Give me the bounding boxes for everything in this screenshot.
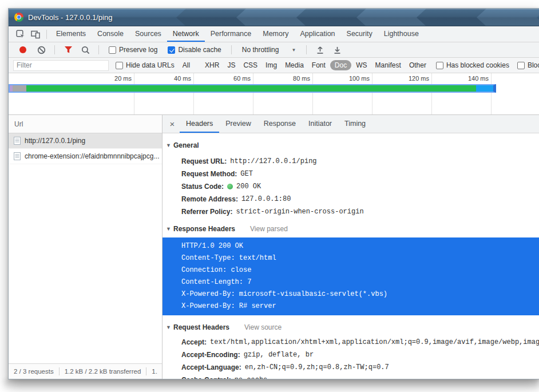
request-row-extension[interactable]: chrome-extension://efaidnbmnnnibpcajpcg.… [9, 149, 162, 164]
filter-type-css[interactable]: CSS [240, 60, 261, 70]
filter-type-js[interactable]: JS [224, 60, 239, 70]
disable-cache-checkbox[interactable]: Disable cache [168, 46, 221, 54]
throttling-value: No throttling [242, 46, 279, 54]
overview-download-segment [476, 85, 493, 92]
kv-value: text/html,application/xhtml+xml,applicat… [210, 338, 539, 346]
general-section-header[interactable]: ▼ General [163, 139, 539, 152]
inspect-element-button[interactable] [13, 27, 28, 41]
tab-security[interactable]: Security [341, 26, 378, 42]
filter-type-xhr[interactable]: XHR [201, 60, 223, 70]
response-headers-title: Response Headers [173, 225, 235, 233]
kv-key: Request Method: [181, 170, 237, 178]
view-parsed-link[interactable]: View parsed [250, 225, 288, 233]
filter-type-img[interactable]: Img [262, 60, 280, 70]
tab-headers[interactable]: Headers [180, 115, 219, 133]
kv-remote-address: Remote Address: 127.0.0.1:80 [163, 193, 539, 205]
toggle-device-toolbar-button[interactable] [28, 27, 43, 41]
request-url: chrome-extension://efaidnbmnnnibpcajpcg.… [25, 152, 159, 160]
window-drop-shadow [5, 379, 539, 390]
hide-data-urls-checkbox[interactable]: Hide data URLs [116, 61, 175, 69]
kv-value: GET [240, 170, 253, 178]
export-har-button[interactable] [330, 43, 344, 57]
timeline-gridline [134, 73, 134, 114]
disclosure-triangle-icon: ▼ [166, 142, 173, 148]
document-icon [14, 152, 21, 160]
timeline-gridline [312, 73, 313, 114]
kv-key: Status Code: [181, 183, 224, 191]
blocked-requests-checkbox[interactable]: Blocked Requests [517, 61, 539, 69]
throttling-select[interactable]: No throttling ▼ [242, 46, 296, 54]
timeline-gridline [491, 73, 492, 114]
has-blocked-cookies-checkbox[interactable]: Has blocked cookies [436, 61, 509, 69]
response-headers-section-header[interactable]: ▼ Response Headers View parsed [163, 223, 539, 235]
toolbar-divider [54, 45, 55, 54]
tab-timing[interactable]: Timing [338, 115, 372, 133]
raw-header-line: HTTP/1.0 200 OK [163, 240, 539, 252]
overview-stalled-segment [13, 85, 26, 92]
timeline-gridline [372, 73, 372, 114]
toolbar-divider [98, 45, 99, 54]
kv-key: Cache-Control: [181, 376, 231, 379]
overview-waiting-segment [26, 85, 476, 92]
request-details-panel: × Headers Preview Response Initiator Tim… [163, 115, 539, 379]
search-button[interactable] [78, 43, 93, 57]
tab-application[interactable]: Application [294, 26, 340, 42]
clear-network-log-button[interactable] [34, 43, 49, 57]
raw-header-line: X-Powered-By: microsoft-visualbasic-serv… [163, 288, 539, 300]
raw-response-headers-selected[interactable]: HTTP/1.0 200 OK Content-Type: text/html … [163, 237, 539, 315]
kv-value: 127.0.0.1:80 [241, 195, 291, 203]
request-url: http://127.0.0.1/ping [25, 137, 85, 145]
tab-sources[interactable]: Sources [129, 26, 167, 42]
kv-key: Accept-Encoding: [181, 351, 240, 359]
network-filter-bar: Hide data URLs All XHR JS CSS Img Media … [9, 58, 539, 73]
filter-type-media[interactable]: Media [282, 60, 307, 70]
checkbox-unchecked [109, 46, 116, 54]
tab-network[interactable]: Network [167, 26, 205, 42]
checkbox-unchecked [436, 62, 443, 69]
tab-lighthouse[interactable]: Lighthouse [378, 26, 425, 42]
filter-type-doc-active[interactable]: Doc [330, 60, 351, 70]
tick-20ms: 20 ms [96, 75, 132, 82]
filter-type-manifest[interactable]: Manifest [372, 60, 405, 70]
network-toolbar: Preserve log Disable cache No throttling… [9, 42, 539, 58]
tab-preview[interactable]: Preview [219, 115, 257, 133]
raw-header-line: Content-Type: text/html [163, 252, 539, 264]
kv-value: no-cache [235, 376, 268, 379]
kv-value: http://127.0.0.1/ping [230, 157, 316, 165]
view-source-link[interactable]: View source [244, 323, 282, 331]
request-headers-section-header[interactable]: ▼ Request Headers View source [163, 321, 539, 334]
overview-selected-range-bar[interactable] [9, 84, 496, 93]
tick-140ms: 140 ms [453, 75, 489, 82]
download-icon [333, 46, 342, 54]
blocked-requests-label: Blocked Requests [528, 61, 539, 69]
search-icon [81, 46, 90, 54]
document-icon [14, 137, 21, 145]
tab-memory[interactable]: Memory [257, 26, 294, 42]
timeline-gridline [253, 73, 253, 114]
clear-icon [37, 46, 46, 54]
close-details-button[interactable]: × [166, 118, 179, 130]
window-titlebar[interactable]: DevTools - 127.0.0.1/ping [9, 9, 539, 26]
request-row-ping[interactable]: http://127.0.0.1/ping [9, 133, 162, 149]
tab-response[interactable]: Response [257, 115, 302, 133]
filter-type-ws[interactable]: WS [352, 60, 370, 70]
filter-type-font[interactable]: Font [308, 60, 329, 70]
import-har-button[interactable] [312, 43, 327, 57]
tab-performance[interactable]: Performance [205, 26, 257, 42]
filter-type-other[interactable]: Other [406, 60, 430, 70]
url-column-header[interactable]: Url [9, 115, 162, 133]
filter-toggle-button[interactable] [61, 43, 76, 57]
network-overview-timeline[interactable]: 20 ms 40 ms 60 ms 80 ms 100 ms 120 ms 14… [9, 73, 539, 115]
tab-elements[interactable]: Elements [50, 26, 92, 42]
preserve-log-checkbox[interactable]: Preserve log [109, 46, 157, 54]
summary-divider [146, 367, 146, 375]
tab-console[interactable]: Console [92, 26, 129, 42]
disclosure-triangle-icon: ▼ [166, 324, 173, 330]
tab-initiator[interactable]: Initiator [302, 115, 338, 133]
filter-type-all[interactable]: All [179, 60, 193, 70]
record-network-log-button[interactable] [19, 46, 26, 53]
kv-key: Accept-Language: [181, 363, 241, 371]
disclosure-triangle-icon: ▼ [166, 226, 173, 232]
checkbox-unchecked [116, 62, 123, 69]
filter-input[interactable] [13, 60, 109, 71]
